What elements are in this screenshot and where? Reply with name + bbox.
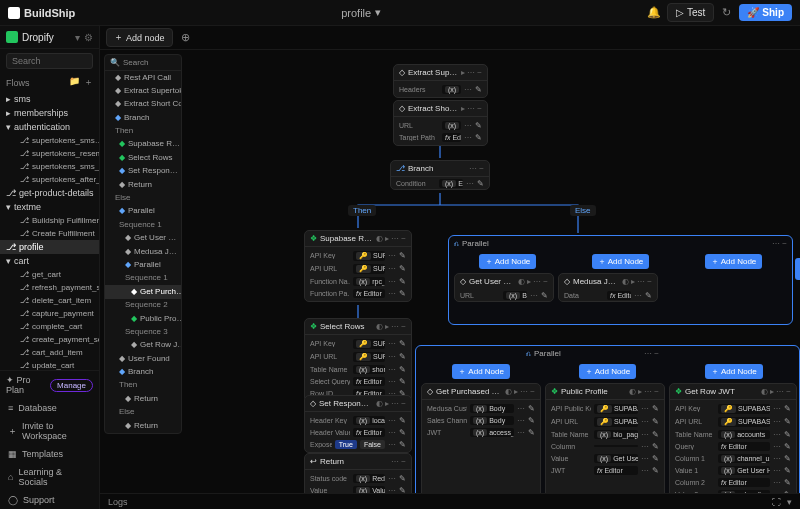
node-field[interactable]: Table Name(x)short_links⋯✎ (305, 363, 411, 375)
node-get-user-handle[interactable]: ◇Get User Handle◐ ▸ ⋯ − URL(x)Builder Pa… (454, 273, 554, 302)
outline-item[interactable]: Then (105, 379, 181, 392)
expand-icon[interactable]: ⛶ (772, 497, 781, 507)
node-field[interactable]: Medusa Cust…(x)Body⋯✎ (422, 402, 540, 414)
add-node-button[interactable]: ＋ Add Node (795, 258, 800, 280)
history-icon[interactable]: ↻ (720, 4, 733, 21)
outline-item[interactable]: Sequence 2 (105, 299, 181, 312)
test-button[interactable]: ▷Test (667, 3, 714, 22)
node-field[interactable]: Value(x)Value⋯✎ (305, 484, 411, 493)
outline-item[interactable]: ◆ Set Respon… (105, 165, 181, 178)
flow-item[interactable]: ⎇ Create Fulfillment (0, 227, 99, 240)
outline-item[interactable]: ◆ Return (105, 392, 181, 405)
add-node-button[interactable]: ＋ Add Node (452, 364, 510, 379)
flow-item[interactable]: ⎇ refresh_payment_s… (0, 281, 99, 294)
outline-item[interactable]: ◆ Get Purch… (105, 285, 181, 298)
nav-invite[interactable]: ＋ Invite to Workspace (0, 417, 99, 445)
folder-icon[interactable]: 📁 (69, 76, 80, 89)
outline-item[interactable]: ◆ Return (105, 419, 181, 432)
node-field[interactable]: Sales Chann…(x)Body⋯✎ (422, 414, 540, 426)
node-field[interactable]: Value(x)Get User Handle⋯✎ (546, 452, 664, 464)
node-branch[interactable]: ⎇Branch⋯ − Condition(x)Extract Short …⋯✎ (390, 160, 490, 190)
nav-learning[interactable]: ⌂ Learning & Socials (0, 463, 99, 491)
outline-item[interactable]: ◆ Parallel (105, 205, 181, 218)
outline-item[interactable]: ◆ Extract Supertok… (105, 84, 181, 97)
nav-templates[interactable]: ▦ Templates (0, 445, 99, 463)
flow-authentication[interactable]: ▾ authentication (0, 120, 99, 134)
node-field[interactable]: Function Pa…fx Editor⋯✎ (305, 287, 411, 299)
add-node-button[interactable]: ＋ Add Node (579, 364, 637, 379)
flow-item[interactable]: ⎇ Buildship Fulfillmen… (0, 214, 99, 227)
collapse-icon[interactable]: ▾ (787, 497, 792, 507)
outline-item[interactable]: Else (105, 192, 181, 205)
add-node-button[interactable]: ＋ Add Node (592, 254, 650, 269)
outline-item[interactable]: ◆ Parallel (105, 258, 181, 271)
outline-item[interactable]: Then (105, 125, 181, 138)
node-supabase-rpc[interactable]: ❖Supabase RPC◐ ▸ ⋯ − API Key🔑SUPABASE_TE… (304, 230, 412, 302)
node-extract-supertokens[interactable]: ◇Extract Supertokens…▸ ⋯ − Headers(x)Req… (393, 64, 488, 98)
node-medusa-jwt[interactable]: ◇Medusa JWT Auth◐ ▸ ⋯ − Datafx Editor⋯✎ (558, 273, 658, 302)
node-field[interactable]: Header Key(x)location⋯✎ (305, 414, 411, 426)
node-get-row-jwt[interactable]: ❖Get Row JWT◐ ▸ ⋯ − API Key🔑SUPABASE_TE…… (669, 383, 797, 493)
node-field[interactable]: API URL🔑SUPABASE_TE…⋯✎ (305, 350, 411, 363)
flow-memberships[interactable]: ▸ memberships (0, 106, 99, 120)
node-field[interactable]: Table Name(x)bio_pages⋯✎ (546, 428, 664, 440)
node-field[interactable]: Function Na…(x)rpc_id_decode⋯✎ (305, 275, 411, 287)
node-field[interactable]: JWTfx Editor⋯✎ (546, 464, 664, 476)
nav-database[interactable]: ≡ Database (0, 399, 99, 417)
add-node-button[interactable]: ＋ Add Node (705, 364, 763, 379)
node-select-rows[interactable]: ❖Select Rows◐ ▸ ⋯ − API Key🔑SUPABASE_TE…… (304, 318, 412, 402)
canvas[interactable]: 🔍 Search ◆ Rest API Call◆ Extract Supert… (100, 50, 800, 493)
flow-get-product-details[interactable]: ⎇ get-product-details (0, 186, 99, 200)
logs-toggle[interactable]: Logs (108, 497, 128, 507)
flow-profile[interactable]: ⎇ profile (0, 240, 99, 254)
outline-item[interactable]: ◆ User Found (105, 352, 181, 365)
flow-sms[interactable]: ▸ sms (0, 92, 99, 106)
flow-textme[interactable]: ▾ textme (0, 200, 99, 214)
brand-logo[interactable]: BuildShip (8, 7, 75, 19)
chevron-down-icon[interactable]: ▾ (375, 6, 381, 19)
outline-item[interactable]: ◆ Get User … (105, 232, 181, 245)
add-node-button[interactable]: ＋ Add Node (479, 254, 537, 269)
outline-item[interactable]: Sequence 1 (105, 272, 181, 285)
node-field[interactable]: Column 1(x)channel_username⋯✎ (670, 452, 796, 464)
outline-item[interactable]: ◆ Return (105, 178, 181, 191)
node-public-profile[interactable]: ❖Public Profile◐ ▸ ⋯ − API Public Key🔑SU… (545, 383, 665, 493)
node-return[interactable]: ↩Return⋯ − Status code(x)Redirect (301)⋯… (304, 453, 412, 493)
node-field[interactable]: Table Name(x)accounts⋯✎ (670, 428, 796, 440)
outline-item[interactable]: ◆ Branch (105, 366, 181, 379)
node-field[interactable]: Value 2(x)subscriber:supertokensU…⋯✎ (670, 488, 796, 493)
node-field[interactable]: API URL🔑SUPABASE_TE…⋯✎ (305, 262, 411, 275)
flow-item[interactable]: ⎇ cart_add_item (0, 346, 99, 359)
manage-button[interactable]: Manage (50, 379, 93, 392)
outline-item[interactable]: ◆ Select Rows (105, 151, 181, 164)
sidebar-search-input[interactable] (6, 53, 93, 69)
node-field[interactable]: Expose Head…True False⋯✎ (305, 438, 411, 450)
node-field[interactable]: Header Valuefx Editor⋯✎ (305, 426, 411, 438)
outline-item[interactable]: ◆ Public Pro… (105, 312, 181, 325)
project-selector[interactable]: Dropify ▾ ⚙ (0, 26, 99, 49)
focus-icon[interactable]: ⊕ (179, 29, 192, 46)
node-field[interactable]: Column⋯✎ (546, 440, 664, 452)
node-field[interactable]: Select Queryfx Editor⋯✎ (305, 375, 411, 387)
flow-item[interactable]: ⎇ supertokens_after_… (0, 173, 99, 186)
flow-cart[interactable]: ▾ cart (0, 254, 99, 268)
outline-item[interactable]: ◆ Branch (105, 111, 181, 124)
node-field[interactable]: Status code(x)Redirect (301)⋯✎ (305, 472, 411, 484)
workflow-name[interactable]: profile (341, 7, 371, 19)
add-node-button[interactable]: ＋ Add node (106, 28, 173, 47)
flow-item[interactable]: ⎇ delete_cart_item (0, 294, 99, 307)
node-field[interactable]: Value 1(x)Get User Handle⋯✎ (670, 464, 796, 476)
node-field[interactable]: API Public Key🔑SUPABASE_TE…⋯✎ (546, 402, 664, 415)
flow-item[interactable]: ⎇ complete_cart (0, 320, 99, 333)
node-field[interactable]: Column 2fx Editor⋯✎ (670, 476, 796, 488)
node-get-purchased[interactable]: ◇Get Purchased Items◐ ▸ ⋯ − Medusa Cust…… (421, 383, 541, 493)
flow-item[interactable]: ⎇ capture_payment (0, 307, 99, 320)
node-field[interactable]: API Key🔑SUPABASE_TE…⋯✎ (305, 337, 411, 350)
outline-item[interactable]: ◆ Medusa J… (105, 245, 181, 258)
notification-icon[interactable]: 🔔 (647, 6, 661, 19)
flow-item[interactable]: ⎇ supertokens_sms_d… (0, 160, 99, 173)
outline-item[interactable]: ◆ Get Row J… (105, 339, 181, 352)
outline-item[interactable]: ◆ Supabase R… (105, 138, 181, 151)
add-node-button[interactable]: ＋ Add Node (705, 254, 763, 269)
outline-item[interactable]: ◆ Extract Short Co… (105, 98, 181, 111)
